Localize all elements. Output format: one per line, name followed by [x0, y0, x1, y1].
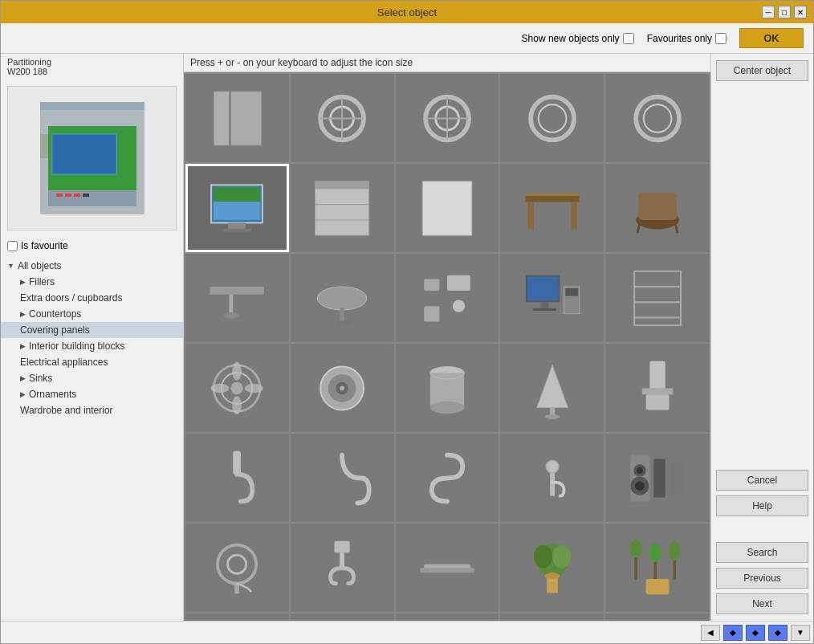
obj-hook-stand-icon — [516, 447, 588, 509]
grid-item-2[interactable] — [291, 74, 394, 162]
grid-item-chair-1[interactable] — [605, 164, 709, 252]
svg-rect-100 — [420, 568, 474, 573]
svg-point-103 — [552, 544, 571, 568]
svg-point-94 — [218, 544, 256, 583]
options-bar-right: Show new objects only Favourites only OK — [522, 28, 804, 48]
tree-item-all-objects[interactable]: ▼ All objects — [1, 258, 183, 274]
grid-item-accessories[interactable] — [396, 254, 499, 342]
tree-item-covering-panels[interactable]: Covering panels — [1, 322, 183, 338]
object-grid[interactable] — [184, 72, 710, 621]
grid-item-double-hook[interactable] — [291, 524, 394, 612]
tree-item-electrical[interactable]: Electrical appliances — [1, 354, 183, 370]
tree-item-extra-doors[interactable]: Extra doors / cupboards — [1, 290, 183, 306]
grid-item-bracket-1[interactable] — [605, 613, 709, 621]
svg-rect-55 — [540, 302, 548, 308]
all-objects-arrow: ▼ — [7, 262, 14, 270]
grid-item-tray[interactable] — [396, 524, 499, 612]
grid-item-plant-2[interactable] — [605, 524, 709, 612]
grid-item-round-table[interactable] — [291, 254, 394, 342]
grid-item-wall-panel-2[interactable] — [291, 164, 394, 252]
favourites-checkbox[interactable] — [715, 33, 726, 44]
svg-rect-9 — [40, 134, 48, 158]
svg-rect-7 — [74, 194, 80, 197]
grid-item-plant-1[interactable] — [500, 524, 604, 612]
favourites-row: Favourites only — [647, 33, 726, 44]
tree-item-ornaments[interactable]: ▶ Ornaments — [1, 386, 183, 402]
svg-point-111 — [668, 541, 680, 560]
ok-button[interactable]: OK — [739, 28, 804, 48]
grid-item-reel[interactable] — [185, 524, 289, 612]
bottom-scroll-down[interactable]: ▼ — [791, 625, 810, 641]
grid-item-white-panel[interactable] — [396, 164, 499, 252]
svg-rect-10 — [40, 102, 144, 110]
obj-porthole-4-icon — [621, 88, 694, 149]
grid-item-desk-1[interactable] — [500, 164, 604, 252]
grid-item-hook-stand[interactable] — [500, 434, 604, 522]
grid-item-speaker-box[interactable] — [605, 434, 709, 522]
grid-item-wall-mount[interactable] — [605, 344, 709, 432]
next-button[interactable]: Next — [716, 593, 808, 614]
obj-reel-icon — [201, 537, 273, 599]
bottom-prev-button[interactable]: ◀ — [701, 625, 720, 641]
bottom-nav-3[interactable]: ◆ — [768, 625, 788, 641]
svg-point-65 — [231, 381, 243, 393]
tree-item-wardrobe[interactable]: Wardrobe and interior — [1, 402, 183, 418]
search-button[interactable]: Search — [716, 542, 808, 563]
svg-rect-38 — [525, 193, 579, 196]
previous-button[interactable]: Previous — [716, 568, 808, 589]
grid-item-s-hook[interactable] — [396, 434, 499, 522]
svg-point-69 — [211, 383, 230, 393]
bottom-nav-1[interactable]: ◆ — [723, 625, 743, 641]
maximize-button[interactable]: □ — [778, 6, 791, 18]
grid-item-cylinder[interactable] — [396, 344, 499, 432]
tree-item-sinks[interactable]: ▶ Sinks — [1, 370, 183, 386]
tree-item-interior-blocks[interactable]: ▶ Interior building blocks — [1, 338, 183, 354]
close-button[interactable]: ✕ — [794, 6, 807, 18]
obj-desk-1-icon — [516, 177, 588, 239]
ornaments-arrow: ▶ — [20, 390, 26, 398]
svg-point-102 — [534, 544, 552, 568]
help-button[interactable]: Help — [716, 495, 808, 516]
grid-item-post[interactable] — [500, 613, 604, 621]
grid-item-cone-lamp[interactable] — [500, 344, 604, 432]
grid-item-1[interactable] — [185, 74, 289, 162]
svg-rect-92 — [653, 459, 665, 497]
grid-item-desk-2[interactable] — [185, 254, 289, 342]
grid-item-shelf[interactable] — [605, 254, 709, 342]
obj-hook-curve-icon — [306, 447, 378, 509]
svg-rect-84 — [234, 450, 242, 474]
is-favourite-checkbox[interactable] — [7, 241, 18, 251]
bottom-nav-2[interactable]: ◆ — [746, 625, 765, 641]
grid-item-hook-1[interactable] — [185, 434, 289, 522]
grid-item-plant-4[interactable] — [291, 613, 394, 621]
cancel-button[interactable]: Cancel — [716, 470, 808, 491]
grid-item-5[interactable] — [605, 74, 709, 162]
main-window: Select object ─ □ ✕ Show new objects onl… — [0, 0, 814, 644]
center-object-button[interactable]: Center object — [716, 60, 808, 81]
scroll-down-icon: ▼ — [796, 628, 804, 637]
svg-rect-37 — [571, 202, 577, 229]
svg-point-24 — [643, 104, 671, 132]
svg-rect-50 — [447, 275, 470, 290]
hint-bar: Press + or - on your keyboard to adjust … — [184, 54, 710, 72]
sinks-arrow: ▶ — [20, 374, 26, 382]
grid-item-speaker[interactable] — [291, 344, 394, 432]
svg-point-21 — [531, 96, 574, 140]
tree-item-fillers[interactable]: ▶ Fillers — [1, 274, 183, 290]
grid-item-plant-5[interactable] — [396, 613, 499, 621]
svg-rect-36 — [527, 202, 534, 229]
window-controls: ─ □ ✕ — [762, 6, 807, 18]
grid-item-hook-curve[interactable] — [291, 434, 394, 522]
grid-item-fan[interactable] — [185, 344, 289, 432]
grid-item-4[interactable] — [500, 74, 604, 162]
fillers-arrow: ▶ — [20, 278, 26, 286]
svg-marker-78 — [537, 365, 568, 407]
show-new-checkbox[interactable] — [623, 33, 634, 44]
obj-s-hook-icon — [411, 447, 483, 509]
grid-item-3[interactable] — [396, 74, 499, 162]
tree-item-countertops[interactable]: ▶ Countertops — [1, 306, 183, 322]
grid-item-plant-3[interactable] — [185, 613, 289, 621]
grid-item-tv-selected[interactable] — [185, 164, 289, 252]
minimize-button[interactable]: ─ — [762, 6, 775, 18]
grid-item-computer[interactable] — [500, 254, 604, 342]
